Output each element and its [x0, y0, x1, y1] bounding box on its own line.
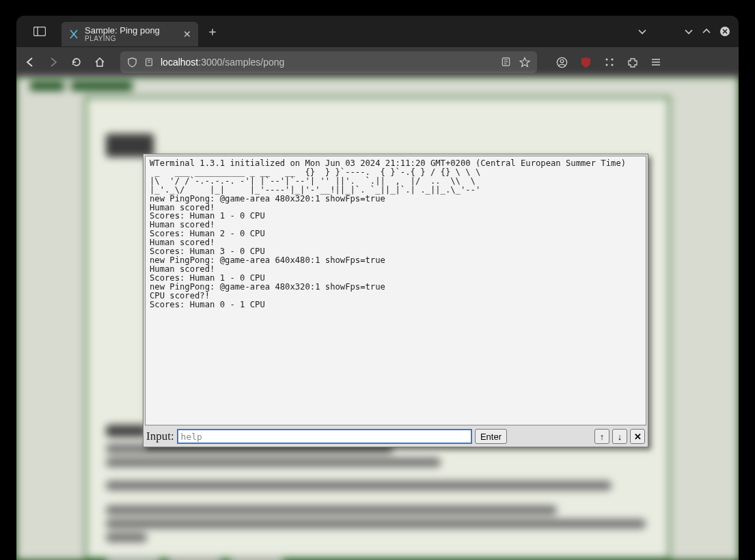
list-all-tabs-button[interactable]: [637, 27, 647, 36]
ublock-icon[interactable]: [580, 57, 592, 68]
svg-rect-0: [34, 27, 46, 36]
tab-favicon: [68, 29, 79, 40]
lock-icon[interactable]: [144, 57, 154, 68]
shield-icon[interactable]: [127, 57, 137, 68]
account-icon[interactable]: [556, 57, 568, 68]
reload-button[interactable]: [70, 55, 83, 69]
sidebar-toggle-button[interactable]: [31, 23, 48, 40]
wterminal-window: WTerminal 1.3.1 initialized on Mon Jun 0…: [143, 154, 648, 447]
extensions-button[interactable]: [627, 57, 638, 68]
svg-point-13: [612, 59, 614, 61]
home-button[interactable]: [93, 55, 107, 69]
extension-icon[interactable]: [604, 57, 615, 68]
svg-point-14: [606, 64, 608, 66]
svg-point-12: [606, 59, 608, 61]
window-close-button[interactable]: [719, 26, 730, 37]
page-content: WTerminal 1.3.1 initialized on Mon Jun 0…: [16, 77, 739, 560]
terminal-close-button[interactable]: ✕: [630, 429, 645, 444]
window-minimize-button[interactable]: [684, 27, 694, 36]
tab-bar: Sample: Ping pong PLAYING ✕ ＋: [16, 16, 739, 47]
back-button[interactable]: [23, 55, 37, 69]
terminal-output: WTerminal 1.3.1 initialized on Mon Jun 0…: [145, 156, 646, 425]
svg-point-15: [612, 64, 614, 66]
browser-tab[interactable]: Sample: Ping pong PLAYING ✕: [61, 22, 198, 46]
url-text: localhost:3000/samples/pong: [161, 57, 494, 68]
terminal-input-label: Input:: [146, 430, 174, 443]
terminal-history-up-button[interactable]: ↑: [594, 429, 609, 444]
terminal-history-down-button[interactable]: ↓: [612, 429, 627, 444]
reader-mode-icon[interactable]: [501, 57, 511, 68]
new-tab-button[interactable]: ＋: [202, 21, 223, 42]
navigation-bar: localhost:3000/samples/pong: [16, 47, 739, 77]
forward-button[interactable]: [46, 55, 60, 69]
tab-subtitle: PLAYING: [85, 36, 160, 43]
terminal-enter-button[interactable]: Enter: [475, 429, 507, 444]
url-bar[interactable]: localhost:3000/samples/pong: [120, 51, 537, 73]
terminal-input[interactable]: [177, 429, 472, 444]
tab-title: Sample: Ping pong: [85, 26, 160, 36]
bookmark-star-icon[interactable]: [519, 57, 530, 68]
window-maximize-button[interactable]: [702, 27, 711, 36]
svg-point-11: [560, 59, 564, 63]
tab-close-button[interactable]: ✕: [183, 29, 191, 40]
app-menu-button[interactable]: [650, 57, 661, 68]
